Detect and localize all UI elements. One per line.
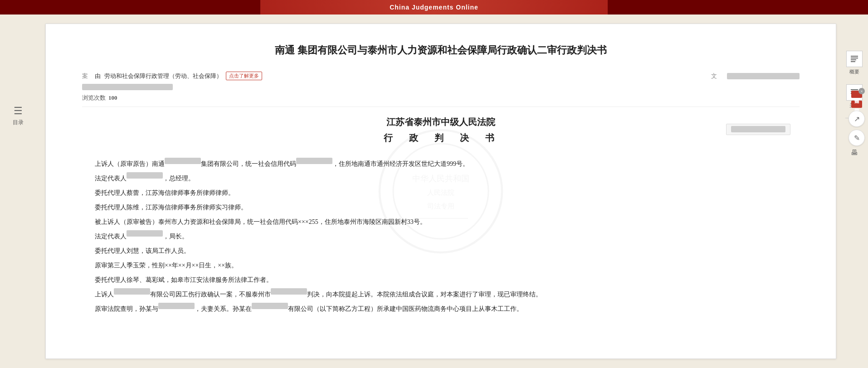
case-prefix: 由 (92, 72, 101, 80)
svg-rect-6 (851, 56, 858, 57)
summary-button[interactable]: 概要 (846, 51, 863, 75)
blurred-rep-1 (127, 172, 163, 179)
blurred-name-1 (165, 158, 201, 164)
svg-rect-7 (851, 58, 858, 58)
case-tag-button[interactable]: 点击了解更多 (226, 72, 262, 80)
blurred-company-2 (252, 303, 288, 309)
divider (82, 107, 800, 107)
edit-button[interactable]: ✎ (848, 130, 865, 146)
doc-top-right-label (726, 124, 790, 135)
para-7: 委托代理人刘慧，该局工作人员。 (82, 245, 800, 257)
para-1: 上诉人（原审原告）南通 集团有限公司，统一社会信用代码 ，住所地南通市通州经济开… (82, 158, 800, 170)
print-button[interactable]: 🖶 (847, 145, 862, 160)
far-right-panel: × 指导案例 推荐案例 ↗ ✎ (845, 91, 868, 146)
para-4: 委托代理人陈维，江苏海信律师事务所律师实习律师。 (82, 201, 800, 214)
view-count-label: 浏览次数 (82, 94, 106, 102)
number-label: 文 (711, 72, 717, 80)
main-container: ☰ 目录 中华人民共和国 人民法院 司法专用 南通 集团有限公司与泰州市人力资源… (0, 15, 868, 368)
meta-row-extra (82, 84, 800, 90)
blurred-rep-2 (127, 230, 163, 237)
summary-label: 概要 (849, 68, 859, 75)
toc-button[interactable]: ☰ 目录 (13, 105, 24, 126)
svg-rect-10 (851, 89, 858, 90)
toc-label: 目录 (13, 119, 24, 126)
para-2: 法定代表人 ，总经理。 (82, 172, 800, 185)
top-right-blurred (731, 126, 785, 132)
blurred-rel (158, 303, 195, 309)
blurred-code-1 (296, 158, 332, 164)
doc-body: 上诉人（原审原告）南通 集团有限公司，统一社会信用代码 ，住所地南通市通州经济开… (82, 158, 800, 315)
content-wrapper: 南通 集团有限公司与泰州市人力资源和社会保障局行政确认二审行政判决书 案 由 劳… (82, 42, 800, 315)
close-guide-icon[interactable]: × (858, 88, 865, 94)
para-5: 被上诉人（原审被告）泰州市人力资源和社会保障局，统一社会信用代码×××255，住… (82, 216, 800, 228)
toc-icon: ☰ (14, 105, 23, 117)
case-label: 案 (82, 72, 88, 80)
svg-rect-8 (851, 59, 856, 60)
share-button[interactable]: ↗ (848, 111, 865, 127)
recommend-cases-button[interactable]: 推荐案例 (851, 101, 862, 108)
meta-row-case: 案 由 劳动和社会保障行政管理（劳动、社会保障） 点击了解更多 文 (82, 72, 800, 80)
blurred-court (271, 288, 307, 295)
guide-cases-button[interactable]: × 指导案例 (851, 91, 862, 98)
para-3: 委托代理人蔡蕾，江苏海信律师事务所律师律师。 (82, 187, 800, 199)
view-count-row: 浏览次数 100 (82, 94, 800, 102)
header-title: China Judgements Online (390, 4, 478, 11)
edit-icon: ✎ (854, 134, 860, 142)
para-6: 法定代表人 ，局长。 (82, 230, 800, 243)
court-header: 江苏省泰州市中级人民法院 (82, 116, 800, 128)
doc-title: 南通 集团有限公司与泰州市人力资源和社会保障局行政确认二审行政判决书 (82, 42, 800, 58)
case-type-value: 劳动和社会保障行政管理（劳动、社会保障） (104, 72, 222, 80)
summary-icon (846, 51, 863, 67)
svg-rect-9 (851, 61, 855, 62)
share-icon: ↗ (854, 115, 860, 123)
document-number-blurred (727, 73, 800, 79)
header-bar: China Judgements Online (0, 0, 868, 15)
right-sidebar: 概要 关联 ⬇ 🖶 (841, 15, 868, 368)
para-11: 原审法院查明，孙某与 ，夫妻关系。孙某在 有限公司（以下简称乙方工程）所承建中国… (82, 303, 800, 315)
para-10: 上诉人 有限公司因工伤行政确认一案，不服泰州市 判决，向本院提起上诉。本院依法组… (82, 288, 800, 301)
extra-info-blurred (82, 84, 173, 90)
document-area: 中华人民共和国 人民法院 司法专用 南通 集团有限公司与泰州市人力资源和社会保障… (45, 24, 836, 359)
blurred-name-2 (114, 288, 150, 295)
left-sidebar: ☰ 目录 (0, 15, 36, 368)
court-subheader: 行 政 判 决 书 (82, 132, 800, 144)
view-count-value: 100 (108, 94, 117, 102)
para-8: 原审第三人季玉荣，性别××年××月××日生，××族。 (82, 259, 800, 272)
para-9: 委托代理人徐琴、葛彩斌，如皋市江安法律服务所法律工作者。 (82, 274, 800, 286)
